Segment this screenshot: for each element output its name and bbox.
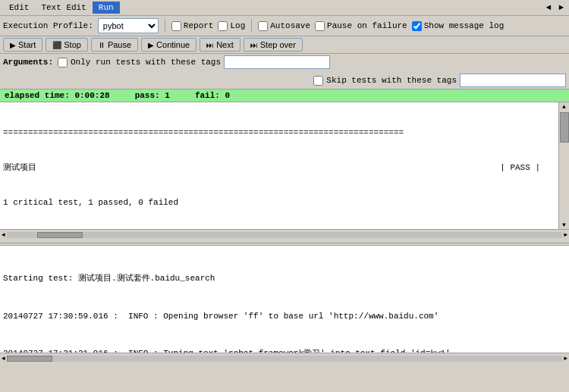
start-label: Start <box>18 40 36 49</box>
arguments-label: Arguments: <box>3 58 53 67</box>
pass-badge: | PASS | <box>500 162 540 174</box>
toolbar: Execution Profile: pybot Report Log Auto… <box>0 16 569 36</box>
exec-profile-label: Execution Profile: <box>3 21 93 30</box>
stop-icon: ⬛ <box>52 41 61 49</box>
arguments-row: Arguments: Only run tests with these tag… <box>0 54 569 89</box>
continue-button[interactable]: ▶ Continue <box>141 38 196 52</box>
top-output-pane: ========================================… <box>0 102 569 243</box>
menu-run[interactable]: Run <box>93 2 120 14</box>
pause-checkbox-group: Pause on failure <box>315 21 407 31</box>
log-checkbox[interactable] <box>218 21 228 31</box>
bottom-output-pane: Starting test: 测试项目.测试套件.baidu_search 20… <box>0 246 569 363</box>
bottom-line-1: Starting test: 测试项目.测试套件.baidu_search <box>3 272 566 285</box>
start-button[interactable]: ▶ Start <box>3 38 42 52</box>
bottom-line-3: 20140727 17:31:21.916 : INFO : Typing te… <box>3 347 566 353</box>
show-msg-checkbox-group: Show message log <box>412 21 505 31</box>
skip-tags-group: Skip tests with these tags <box>313 74 566 87</box>
top-scrollbar-horizontal[interactable]: ◄ ► <box>0 229 569 240</box>
only-tags-input[interactable] <box>224 55 330 69</box>
skip-tags-checkbox[interactable] <box>313 76 323 86</box>
bottom-hscroll-thumb[interactable] <box>7 356 52 362</box>
elapsed-time: elapsed time: 0:00:28 <box>5 91 110 100</box>
only-tags-label: Only run tests with these tags <box>71 58 221 67</box>
pause-icon: ⏸ <box>98 41 105 49</box>
bottom-scrollbar-horizontal[interactable]: ◄ ► <box>0 353 569 363</box>
only-tags-checkbox[interactable] <box>58 58 68 67</box>
menu-bar: Edit Text Edit Run ◄ ► <box>0 0 569 16</box>
scroll-up-arrow[interactable]: ▲ <box>561 102 567 111</box>
report-checkbox[interactable] <box>171 21 181 31</box>
autosave-checkbox-group: Autosave <box>258 21 310 31</box>
report-label: Report <box>184 21 214 30</box>
step-over-label: Step over <box>260 40 296 49</box>
skip-tags-label: Skip tests with these tags <box>326 76 457 85</box>
pause-button[interactable]: ⏸ Pause <box>91 38 138 52</box>
suite-name: 测试项目 <box>3 162 36 174</box>
nav-left-arrow[interactable]: ◄ <box>544 2 554 13</box>
bottom-hscroll-left-arrow[interactable]: ◄ <box>2 355 5 362</box>
scroll-down-arrow[interactable]: ▼ <box>561 221 567 229</box>
fail-count: fail: 0 <box>195 91 230 100</box>
next-label: Next <box>216 40 234 49</box>
run-controls: ▶ Start ⬛ Stop ⏸ Pause ▶ Continue ⏭ Next… <box>0 36 569 54</box>
pause-label: Pause <box>108 40 131 49</box>
menu-nav: ◄ ► <box>544 2 566 13</box>
scroll-thumb[interactable] <box>560 112 569 143</box>
step-over-button[interactable]: ⏭ Step over <box>244 38 303 52</box>
status-bar: elapsed time: 0:00:28 pass: 1 fail: 0 <box>0 89 569 102</box>
continue-icon: ▶ <box>148 41 154 49</box>
show-msg-label: Show message log <box>424 21 505 30</box>
toolbar-separator-2 <box>251 19 252 33</box>
log-label: Log <box>230 21 245 30</box>
bottom-hscroll-right-arrow[interactable]: ► <box>564 355 567 362</box>
show-msg-checkbox[interactable] <box>412 21 422 31</box>
pause-label: Pause on failure <box>327 21 407 30</box>
only-tags-group: Only run tests with these tags <box>58 55 330 69</box>
bottom-pane-text[interactable]: Starting test: 测试项目.测试套件.baidu_search 20… <box>0 246 569 353</box>
bottom-line-2: 20140727 17:30:59.016 : INFO : Opening b… <box>3 310 566 323</box>
critical-result: 1 critical test, 1 passed, 0 failed <box>3 197 555 209</box>
separator-1: ========================================… <box>3 127 555 139</box>
skip-tags-input[interactable] <box>460 74 566 87</box>
continue-label: Continue <box>156 40 190 49</box>
hscroll-thumb[interactable] <box>37 232 83 238</box>
suite-result-line: 测试项目 | PASS | <box>3 162 555 174</box>
next-button[interactable]: ⏭ Next <box>200 38 240 52</box>
stop-button[interactable]: ⬛ Stop <box>46 38 88 52</box>
toolbar-separator-1 <box>165 19 165 33</box>
autosave-label: Autosave <box>270 21 310 30</box>
hscroll-right-arrow[interactable]: ► <box>564 231 567 238</box>
step-over-icon: ⏭ <box>250 41 258 49</box>
menu-edit[interactable]: Edit <box>3 2 35 14</box>
hscroll-track <box>7 232 562 238</box>
pass-count: pass: 1 <box>135 91 170 100</box>
start-icon: ▶ <box>10 41 16 49</box>
log-checkbox-group: Log <box>218 21 245 31</box>
hscroll-left-arrow[interactable]: ◄ <box>2 231 5 238</box>
top-scrollbar-vertical[interactable]: ▲ ▼ <box>558 102 569 229</box>
bottom-hscroll-track <box>7 356 562 362</box>
menu-text-edit[interactable]: Text Edit <box>35 2 92 14</box>
next-icon: ⏭ <box>206 41 214 49</box>
pause-checkbox[interactable] <box>315 21 325 31</box>
report-checkbox-group: Report <box>171 21 214 31</box>
stop-label: Stop <box>64 40 81 49</box>
top-pane-content: ========================================… <box>0 102 569 229</box>
nav-right-arrow[interactable]: ► <box>556 2 566 13</box>
exec-profile-select[interactable]: pybot <box>98 18 159 33</box>
autosave-checkbox[interactable] <box>258 21 268 31</box>
top-pane-text[interactable]: ========================================… <box>0 102 558 229</box>
